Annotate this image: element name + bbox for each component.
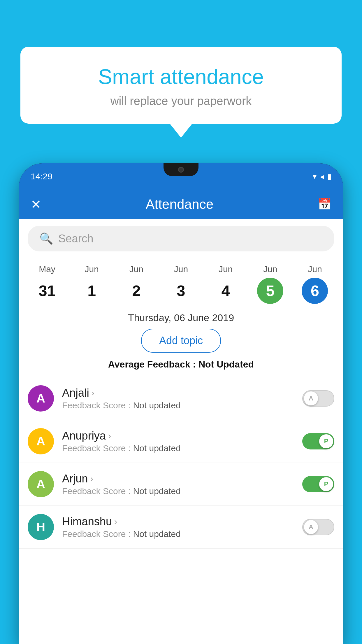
student-feedback-score: Feedback Score : Not updated	[62, 529, 294, 539]
toggle-knob: A	[304, 391, 318, 405]
date-column[interactable]: Jun6	[302, 264, 328, 304]
app-content: 🔍 Search May31Jun1Jun2Jun3Jun4Jun5Jun6 T…	[19, 219, 343, 644]
bubble-subtitle: will replace your paperwork	[35, 94, 327, 108]
attendance-toggle[interactable]: A	[302, 390, 334, 407]
student-info: Anupriya ›Feedback Score : Not updated	[62, 430, 294, 453]
date-strip: May31Jun1Jun2Jun3Jun4Jun5Jun6	[19, 258, 343, 304]
toggle-knob: A	[304, 520, 318, 534]
date-column[interactable]: Jun2	[123, 264, 150, 304]
chevron-right-icon: ›	[90, 474, 93, 484]
chevron-right-icon: ›	[108, 431, 111, 441]
student-name: Anupriya ›	[62, 430, 294, 442]
attendance-toggle-container[interactable]: A	[302, 390, 334, 407]
toggle-knob: P	[319, 434, 333, 448]
date-day-number[interactable]: 2	[123, 278, 150, 304]
close-button[interactable]: ✕	[31, 197, 41, 212]
date-column[interactable]: Jun1	[79, 264, 105, 304]
average-feedback: Average Feedback : Not Updated	[19, 359, 343, 370]
student-info: Himanshu ›Feedback Score : Not updated	[62, 515, 294, 539]
selected-date: Thursday, 06 June 2019	[19, 312, 343, 323]
student-avatar: A	[28, 428, 54, 454]
date-month-label: Jun	[308, 264, 322, 274]
student-list-item[interactable]: AAnupriya ›Feedback Score : Not updatedP	[19, 420, 343, 463]
phone-frame: 14:29 ▾ ◂ ▮ ✕ Attendance 📅 🔍 Search May3…	[19, 163, 343, 644]
student-list: AAnjali ›Feedback Score : Not updatedAAA…	[19, 377, 343, 549]
date-month-label: Jun	[85, 264, 99, 274]
phone-notch	[164, 163, 198, 176]
date-month-label: Jun	[129, 264, 143, 274]
date-day-number[interactable]: 3	[168, 278, 194, 304]
student-avatar: H	[28, 514, 54, 540]
date-month-label: Jun	[263, 264, 277, 274]
student-feedback-score: Feedback Score : Not updated	[62, 400, 294, 410]
student-list-item[interactable]: AArjun ›Feedback Score : Not updatedP	[19, 463, 343, 506]
app-title: Attendance	[146, 196, 214, 212]
chevron-right-icon: ›	[92, 388, 94, 398]
student-list-item[interactable]: HHimanshu ›Feedback Score : Not updatedA	[19, 506, 343, 549]
date-column[interactable]: Jun4	[212, 264, 239, 304]
avg-feedback-value: Not Updated	[198, 359, 254, 370]
chevron-right-icon: ›	[114, 517, 117, 526]
notch-camera	[178, 167, 184, 173]
avg-feedback-label: Average Feedback :	[108, 359, 198, 370]
date-column[interactable]: Jun5	[257, 264, 283, 304]
calendar-icon[interactable]: 📅	[318, 198, 331, 211]
student-name: Arjun ›	[62, 473, 294, 485]
attendance-toggle[interactable]: A	[302, 519, 334, 535]
date-month-label: Jun	[219, 264, 233, 274]
student-avatar: A	[28, 471, 54, 497]
signal-icon: ◂	[320, 172, 324, 181]
date-day-number[interactable]: 1	[79, 278, 105, 304]
student-name: Himanshu ›	[62, 515, 294, 528]
wifi-icon: ▾	[313, 172, 317, 181]
student-feedback-score: Feedback Score : Not updated	[62, 486, 294, 496]
date-day-number[interactable]: 5	[257, 278, 283, 304]
add-topic-button[interactable]: Add topic	[141, 329, 221, 353]
student-info: Anjali ›Feedback Score : Not updated	[62, 387, 294, 410]
bubble-title: Smart attendance	[35, 64, 327, 89]
status-bar: 14:29 ▾ ◂ ▮	[19, 163, 343, 190]
date-day-number[interactable]: 6	[302, 278, 328, 304]
status-icons: ▾ ◂ ▮	[313, 172, 331, 181]
student-avatar: A	[28, 385, 54, 412]
date-month-label: Jun	[174, 264, 188, 274]
date-day-number[interactable]: 4	[212, 278, 239, 304]
attendance-toggle[interactable]: P	[302, 433, 334, 449]
date-month-label: May	[39, 264, 55, 274]
search-bar[interactable]: 🔍 Search	[28, 226, 334, 251]
student-name: Anjali ›	[62, 387, 294, 399]
student-info: Arjun ›Feedback Score : Not updated	[62, 473, 294, 496]
date-column[interactable]: Jun3	[168, 264, 194, 304]
attendance-toggle-container[interactable]: P	[302, 476, 334, 492]
speech-bubble: Smart attendance will replace your paper…	[20, 47, 342, 124]
date-day-number[interactable]: 31	[34, 278, 60, 304]
search-placeholder: Search	[58, 232, 93, 245]
attendance-toggle-container[interactable]: A	[302, 519, 334, 535]
attendance-toggle[interactable]: P	[302, 476, 334, 492]
toggle-knob: P	[319, 477, 333, 491]
student-feedback-score: Feedback Score : Not updated	[62, 443, 294, 453]
battery-icon: ▮	[327, 172, 331, 181]
date-column[interactable]: May31	[34, 264, 60, 304]
app-header: ✕ Attendance 📅	[19, 190, 343, 219]
search-icon: 🔍	[39, 232, 53, 245]
attendance-toggle-container[interactable]: P	[302, 433, 334, 449]
student-list-item[interactable]: AAnjali ›Feedback Score : Not updatedA	[19, 377, 343, 420]
status-time: 14:29	[31, 172, 52, 181]
